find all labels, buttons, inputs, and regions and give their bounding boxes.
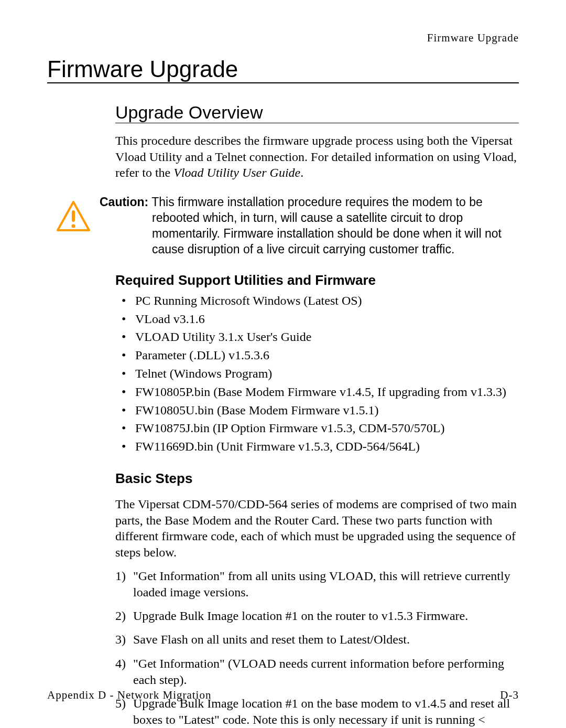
page-footer: Appendix D - Network Migration D-3 [47,689,519,702]
list-item: FW11669D.bin (Unit Firmware v1.5.3, CDD-… [133,437,519,456]
subheading-required: Required Support Utilities and Firmware [115,272,519,288]
list-item: Save Flash on all units and reset them t… [133,631,519,648]
section-heading-overview: Upgrade Overview [115,102,519,123]
list-item: Upgrade Bulk Image location #1 on the ro… [133,608,519,624]
list-item: FW10805P.bin (Base Modem Firmware v1.4.5… [133,383,519,401]
svg-point-2 [72,224,75,228]
list-item: PC Running Microsoft Windows (Latest OS) [133,292,519,310]
running-head: Firmware Upgrade [47,31,519,45]
list-item: "Get Information" from all units using V… [133,568,519,601]
subheading-steps: Basic Steps [115,470,519,487]
caution-block: Caution: This firmware installation proc… [115,195,519,258]
overview-paragraph: This procedure describes the firmware up… [115,133,519,181]
warning-triangle-icon [57,200,90,233]
caution-label: Caution: [100,195,148,209]
svg-rect-1 [72,210,75,222]
required-list: PC Running Microsoft Windows (Latest OS)… [115,292,519,456]
overview-text-italic: Vload Utility User Guide [173,166,300,179]
footer-left: Appendix D - Network Migration [47,689,211,702]
list-item: VLoad v3.1.6 [133,310,519,328]
footer-right: D-3 [500,689,519,702]
page-title: Firmware Upgrade [47,56,519,83]
list-item: Telnet (Windows Program) [133,365,519,383]
list-item: Parameter (.DLL) v1.5.3.6 [133,346,519,365]
content-column: Upgrade Overview This procedure describe… [115,102,519,728]
list-item: VLOAD Utility 3.1.x User's Guide [133,328,519,346]
steps-list: "Get Information" from all units using V… [115,568,519,728]
list-item: "Get Information" (VLOAD needs current i… [133,656,519,688]
overview-text-b: . [300,166,303,179]
caution-icon [47,195,100,235]
document-page: Firmware Upgrade Firmware Upgrade Upgrad… [0,0,566,728]
list-item: FW10805U.bin (Base Modem Firmware v1.5.1… [133,401,519,420]
caution-body: Caution: This firmware installation proc… [100,195,519,258]
caution-text: This firmware installation procedure req… [151,195,502,256]
steps-intro: The Vipersat CDM-570/CDD-564 series of m… [115,496,519,561]
list-item: FW10875J.bin (IP Option Firmware v1.5.3,… [133,419,519,437]
